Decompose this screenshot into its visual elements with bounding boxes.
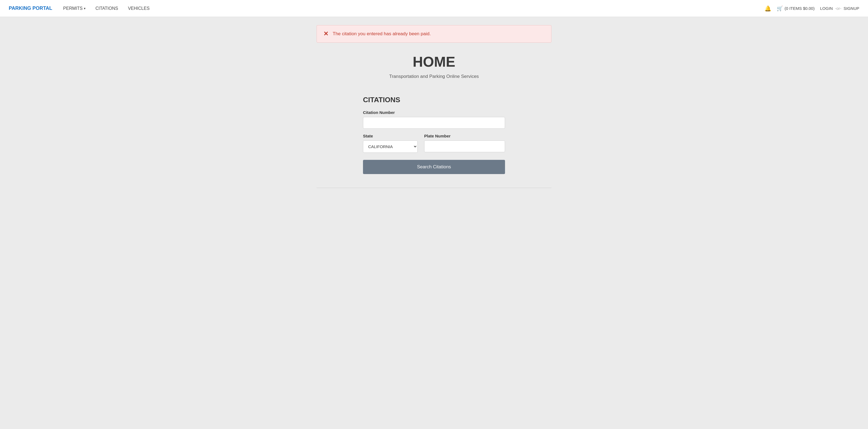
plate-number-label: Plate Number (424, 133, 505, 138)
nav-vehicles[interactable]: VEHICLES (128, 6, 149, 11)
page-title: HOME (316, 54, 552, 70)
citations-heading: CITATIONS (363, 96, 505, 104)
cart-icon: 🛒 (777, 5, 783, 11)
brand-logo[interactable]: PARKING PORTAL (9, 5, 52, 11)
search-citations-button[interactable]: Search Citations (363, 160, 505, 174)
citation-number-input[interactable] (363, 117, 505, 129)
cart-area[interactable]: 🛒 (0 ITEMS $0.00) (777, 5, 814, 11)
citation-number-group: Citation Number (363, 110, 505, 129)
nav-permits-label: PERMITS (63, 6, 83, 11)
citations-section: CITATIONS Citation Number State ALABAMAA… (363, 96, 505, 174)
plate-number-group: Plate Number (424, 133, 505, 153)
alert-icon: ✕ (323, 30, 328, 37)
home-section: HOME Transportation and Parking Online S… (316, 54, 552, 79)
nav-right: 🔔 🛒 (0 ITEMS $0.00) LOGIN -or- SIGNUP (765, 5, 859, 12)
state-select[interactable]: ALABAMAALASKAARIZONAARKANSASCALIFORNIACO… (363, 141, 417, 153)
page-subtitle: Transportation and Parking Online Servic… (316, 74, 552, 79)
alert-banner: ✕ The citation you entered has already b… (316, 25, 552, 42)
plate-number-input[interactable] (424, 141, 505, 152)
citation-number-label: Citation Number (363, 110, 505, 115)
nav-permits[interactable]: PERMITS ▾ (63, 6, 86, 11)
chevron-down-icon: ▾ (84, 6, 86, 10)
nav-citations[interactable]: CITATIONS (95, 6, 118, 11)
main-content: ✕ The citation you entered has already b… (311, 17, 557, 204)
login-link[interactable]: LOGIN (820, 6, 833, 11)
section-divider (316, 188, 552, 188)
nav-links: PERMITS ▾ CITATIONS VEHICLES (63, 6, 765, 11)
nav-auth: LOGIN -or- SIGNUP (820, 6, 859, 11)
bell-icon[interactable]: 🔔 (765, 5, 771, 12)
state-label: State (363, 133, 417, 138)
auth-separator: -or- (835, 6, 841, 11)
signup-link[interactable]: SIGNUP (843, 6, 859, 11)
alert-message: The citation you entered has already bee… (333, 31, 431, 37)
state-plate-row: State ALABAMAALASKAARIZONAARKANSASCALIFO… (363, 133, 505, 153)
state-group: State ALABAMAALASKAARIZONAARKANSASCALIFO… (363, 133, 417, 153)
navbar: PARKING PORTAL PERMITS ▾ CITATIONS VEHIC… (0, 0, 868, 17)
cart-label: (0 ITEMS $0.00) (784, 6, 814, 11)
